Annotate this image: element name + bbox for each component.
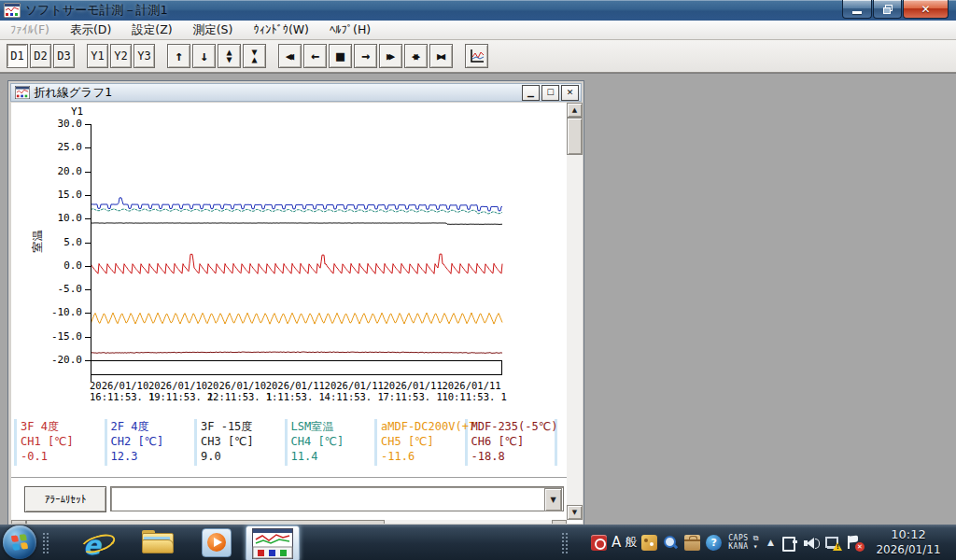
channel-name: 2F 4度 bbox=[111, 419, 197, 434]
show-hidden-icons-button[interactable]: ▲ bbox=[767, 538, 774, 547]
x-tick-label: 2026/01/1016:11:53. 1 bbox=[90, 380, 151, 402]
stop-button-icon: ■ bbox=[336, 48, 344, 64]
clock-date: 2026/01/11 bbox=[868, 542, 949, 557]
volume-tray-icon[interactable] bbox=[803, 535, 819, 551]
toolbar-compress-vertical-button[interactable]: ▼▲ bbox=[243, 44, 266, 68]
search-tray-icon[interactable] bbox=[663, 535, 679, 551]
internet-explorer-icon[interactable]: e bbox=[82, 528, 112, 556]
toolbar-step-back-button[interactable]: ← bbox=[303, 44, 327, 68]
toolbar-stop-button[interactable]: ■ bbox=[329, 44, 352, 68]
toolbar-d3-button[interactable]: D3 bbox=[53, 44, 75, 68]
child-close-button[interactable]: ✕ bbox=[561, 85, 579, 101]
x-tick-label: 2026/01/1022:11:53. 1 bbox=[207, 380, 269, 402]
media-player-icon[interactable] bbox=[202, 528, 232, 557]
y-tick-mark bbox=[85, 289, 91, 290]
horizontal-scrollbar[interactable]: ◀ ▶ bbox=[11, 520, 567, 524]
channel-legend: 3F 4度CH1 [℃]-0.12F 4度CH2 [℃]12.33F -15度C… bbox=[11, 418, 567, 468]
toolbox-tray-icon[interactable] bbox=[684, 535, 700, 551]
y-tick-mark bbox=[85, 195, 91, 196]
channel-id: CH5 [℃] bbox=[381, 434, 467, 449]
toolbar-scroll-down-button[interactable]: ↓ bbox=[192, 44, 216, 68]
graph-window-titlebar[interactable]: 折れ線グラフ1 ▁ ☐ ✕ bbox=[10, 83, 582, 102]
scrollbar-left-arrow[interactable]: ◀ bbox=[11, 520, 26, 524]
hscrollbar-thumb[interactable] bbox=[26, 520, 385, 524]
palette-tray-icon[interactable] bbox=[641, 535, 657, 551]
y-tick-label: -20.0 bbox=[28, 354, 82, 366]
toolbar-step-forward-button[interactable]: → bbox=[354, 44, 377, 68]
toolbar-fast-forward-button[interactable]: ▶▶ bbox=[379, 44, 402, 68]
network-tray-icon[interactable]: ! bbox=[824, 535, 840, 551]
y-tick-mark bbox=[85, 266, 91, 267]
action-center-tray-icon[interactable]: ✕ bbox=[846, 535, 862, 551]
toolbar-scroll-up-button[interactable]: ↑ bbox=[167, 44, 190, 68]
x-tick-date: 2026/01/11 bbox=[384, 380, 445, 391]
menu-item-0[interactable]: ﾌｧｲﾙ(F) bbox=[0, 21, 60, 39]
y-tick-label: -10.0 bbox=[28, 306, 82, 318]
ime-conversion-indicator[interactable]: 般 bbox=[625, 534, 637, 551]
clock-time: 10:12 bbox=[868, 527, 949, 542]
scrollbar-up-arrow[interactable]: ▲ bbox=[567, 103, 583, 118]
compress-horizontal-button-icon: ▶◀ bbox=[437, 50, 442, 63]
start-button[interactable] bbox=[3, 525, 36, 559]
combobox-dropdown-button[interactable]: ▼ bbox=[544, 488, 562, 511]
graph-window-title: 折れ線グラフ1 bbox=[34, 85, 112, 101]
channel-name: 3F 4度 bbox=[21, 419, 106, 434]
toolbar-d2-button[interactable]: D2 bbox=[30, 44, 51, 68]
alarm-combobox[interactable]: ▼ bbox=[110, 486, 564, 511]
series-CH6 bbox=[91, 352, 502, 354]
screen: ソフトサーモ計測－計測1 ✕ ﾌｧｲﾙ(F)表示(D)設定(Z)測定(S)ｳｨﾝ… bbox=[0, 0, 956, 560]
channel-2-info: 2F 4度CH2 [℃]12.3 bbox=[111, 419, 197, 464]
x-tick-date: 2026/01/11 bbox=[325, 380, 387, 391]
caps-label: CAPS bbox=[728, 534, 748, 542]
minimize-button[interactable] bbox=[842, 0, 872, 19]
toolbar-expand-vertical-button[interactable]: ▲▼ bbox=[218, 44, 241, 68]
menu-item-1[interactable]: 表示(D) bbox=[60, 21, 121, 39]
ime-mode-indicator[interactable]: A bbox=[612, 534, 621, 551]
menu-item-4[interactable]: ｳｨﾝﾄﾞｳ(W) bbox=[243, 21, 319, 39]
main-titlebar: ソフトサーモ計測－計測1 ✕ bbox=[0, 0, 956, 21]
alarm-app-tray-icon[interactable] bbox=[591, 535, 607, 551]
help-tray-icon[interactable]: ? bbox=[706, 535, 722, 551]
menu-item-2[interactable]: 設定(Z) bbox=[121, 21, 182, 39]
ime-caps-kana-indicator[interactable]: CAPS ⧉ KANA ▾ bbox=[728, 534, 759, 551]
y-tick-label: 25.0 bbox=[28, 141, 82, 153]
scrollbar-thumb[interactable] bbox=[567, 118, 583, 155]
child-maximize-button[interactable]: ☐ bbox=[541, 85, 559, 101]
toolbar-y3-button[interactable]: Y3 bbox=[134, 44, 155, 68]
scrollbar-right-arrow[interactable]: ▶ bbox=[552, 520, 567, 524]
channel-4-info: LSM室温CH4 [℃]11.4 bbox=[291, 419, 377, 464]
scroll-down-button-icon: ↓ bbox=[200, 48, 208, 64]
taskbar-clock[interactable]: 10:12 2026/01/11 bbox=[868, 527, 949, 557]
fast-rewind-button-icon: ◀◀ bbox=[286, 50, 290, 63]
toolbar-d1-button[interactable]: D1 bbox=[7, 44, 28, 68]
vertical-scrollbar[interactable]: ▲ ▼ bbox=[567, 103, 583, 520]
alarm-reset-button[interactable]: ｱﾗｰﾑﾘｾｯﾄ bbox=[24, 486, 106, 512]
child-minimize-button[interactable]: ▁ bbox=[522, 85, 540, 101]
menu-item-5[interactable]: ﾍﾙﾌﾟ(H) bbox=[319, 21, 381, 39]
line-chart bbox=[91, 124, 504, 385]
close-button[interactable]: ✕ bbox=[903, 0, 949, 19]
menu-item-3[interactable]: 測定(S) bbox=[183, 21, 244, 39]
toolbar-compress-horizontal-button[interactable]: ▶◀ bbox=[429, 44, 453, 68]
y-tick-mark bbox=[85, 218, 91, 219]
menu-bar: ﾌｧｲﾙ(F)表示(D)設定(Z)測定(S)ｳｨﾝﾄﾞｳ(W)ﾍﾙﾌﾟ(H) bbox=[0, 21, 956, 40]
taskbar-active-app-button[interactable] bbox=[246, 525, 300, 560]
x-tick-label: 2026/01/114:11:53. 1 bbox=[325, 380, 387, 402]
scrollbar-down-arrow[interactable]: ▼ bbox=[567, 505, 583, 520]
channel-value: 9.0 bbox=[201, 449, 287, 464]
toolbar-fast-rewind-button[interactable]: ◀◀ bbox=[278, 44, 302, 68]
removable-device-tray-icon[interactable] bbox=[781, 535, 797, 551]
toolbar-y2-button[interactable]: Y2 bbox=[110, 44, 132, 68]
expand-vertical-button-icon: ▲▼ bbox=[226, 49, 232, 63]
channel-id: CH1 [℃] bbox=[21, 434, 106, 449]
toolbar-y1-button[interactable]: Y1 bbox=[87, 44, 108, 68]
toolbar-expand-horizontal-button[interactable]: ◀▶ bbox=[404, 44, 428, 68]
graph-window-icon bbox=[15, 86, 30, 99]
y-tick-mark bbox=[85, 360, 91, 361]
x-tick-time: 22:11:53. 1 bbox=[207, 391, 269, 402]
toolbar-graph-settings-button[interactable] bbox=[465, 44, 488, 68]
restore-button[interactable] bbox=[873, 0, 902, 19]
y-tick-label: 0.0 bbox=[28, 259, 82, 272]
file-explorer-icon[interactable] bbox=[142, 528, 172, 554]
y-tick-label: 10.0 bbox=[28, 212, 82, 224]
